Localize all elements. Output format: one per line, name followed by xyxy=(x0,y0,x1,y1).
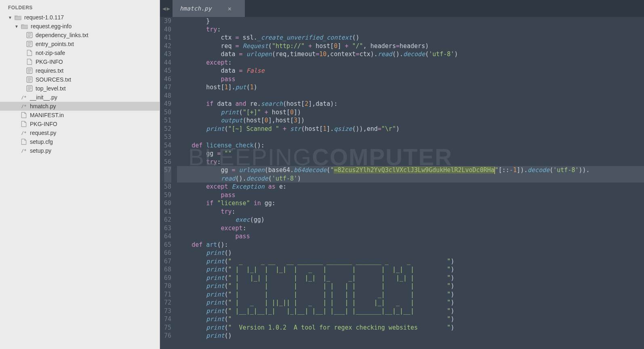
tree-item-dependency-links-txt[interactable]: dependency_links.txt xyxy=(0,31,160,40)
file-icon xyxy=(26,59,33,65)
tree-item-label: request-1.0.117 xyxy=(24,14,64,21)
txt-icon xyxy=(26,85,33,92)
sidebar-header: FOLDERS xyxy=(0,3,160,13)
folder-open-icon xyxy=(15,14,22,21)
sidebar: FOLDERS ▼request-1.0.117▼request.egg-inf… xyxy=(0,0,160,349)
tree-item-label: MANIFEST.in xyxy=(30,112,64,118)
tab-nav-arrows: ◀ ▶ xyxy=(160,0,173,17)
tab-hmatch[interactable]: hmatch.py × xyxy=(173,0,245,17)
file-icon xyxy=(20,121,27,127)
tree-item-label: SOURCES.txt xyxy=(36,76,71,83)
code-content[interactable]: } try: ctx = ssl._create_unverified_cont… xyxy=(177,17,644,349)
txt-icon xyxy=(26,67,33,74)
tree-item-request-egg-info[interactable]: ▼request.egg-info xyxy=(0,22,160,31)
txt-icon xyxy=(26,32,33,38)
chevron-down-icon: ▼ xyxy=(15,24,19,29)
tab-bar: ◀ ▶ hmatch.py × xyxy=(160,0,644,17)
tree-item-label: hmatch.py xyxy=(30,103,56,109)
tree-item-pkg-info[interactable]: PKG-INFO xyxy=(0,120,160,128)
file-icon xyxy=(26,50,33,56)
tree-item-requires-txt[interactable]: requires.txt xyxy=(0,66,160,75)
file-icon xyxy=(20,112,27,118)
nav-forward-icon[interactable]: ▶ xyxy=(166,5,170,12)
tree-item-entry-points-txt[interactable]: entry_points.txt xyxy=(0,40,160,48)
tree-item-setup-py[interactable]: /*setup.py xyxy=(0,146,160,155)
chevron-down-icon: ▼ xyxy=(8,15,13,20)
tree-item-request-py[interactable]: /*request.py xyxy=(0,128,160,137)
nav-back-icon[interactable]: ◀ xyxy=(162,5,166,12)
code-area[interactable]: 3940414243444546474849505152535455565758… xyxy=(160,17,644,349)
py-icon: /* xyxy=(20,94,27,101)
folder-tree: ▼request-1.0.117▼request.egg-infodepende… xyxy=(0,13,160,155)
tree-item-label: request.py xyxy=(30,130,56,136)
tree-item-label: entry_points.txt xyxy=(36,41,74,47)
tab-filename: hmatch.py xyxy=(180,5,212,12)
line-gutter: 3940414243444546474849505152535455565758… xyxy=(160,17,177,349)
py-icon: /* xyxy=(20,130,27,136)
tree-item-sources-txt[interactable]: SOURCES.txt xyxy=(0,75,160,84)
tree-item-label: __init__.py xyxy=(30,94,57,101)
tree-item-label: dependency_links.txt xyxy=(36,32,88,38)
tree-item-hmatch-py[interactable]: /*hmatch.py xyxy=(0,102,160,111)
editor: ◀ ▶ hmatch.py × 394041424344454647484950… xyxy=(160,0,644,349)
tree-item-label: setup.cfg xyxy=(30,139,53,145)
tree-item-label: setup.py xyxy=(30,147,51,154)
py-icon: /* xyxy=(20,147,27,154)
tree-item-setup-cfg[interactable]: setup.cfg xyxy=(0,137,160,146)
tree-item---init---py[interactable]: /*__init__.py xyxy=(0,93,160,102)
tree-item-manifest-in[interactable]: MANIFEST.in xyxy=(0,111,160,120)
tree-item-not-zip-safe[interactable]: not-zip-safe xyxy=(0,48,160,57)
txt-icon xyxy=(26,41,33,47)
tree-item-label: request.egg-info xyxy=(31,23,72,29)
tree-item-label: PKG-INFO xyxy=(36,59,63,65)
tree-item-request-1-0-117[interactable]: ▼request-1.0.117 xyxy=(0,13,160,22)
py-icon: /* xyxy=(20,103,27,109)
tree-item-pkg-info[interactable]: PKG-INFO xyxy=(0,57,160,66)
close-icon[interactable]: × xyxy=(227,5,232,13)
txt-icon xyxy=(26,76,33,83)
folder-open-icon xyxy=(21,23,28,29)
tree-item-label: not-zip-safe xyxy=(36,50,65,56)
tree-item-label: requires.txt xyxy=(36,67,63,74)
tree-item-label: PKG-INFO xyxy=(30,121,57,127)
tree-item-label: top_level.txt xyxy=(36,85,66,92)
file-icon xyxy=(20,139,27,145)
tree-item-top-level-txt[interactable]: top_level.txt xyxy=(0,84,160,93)
